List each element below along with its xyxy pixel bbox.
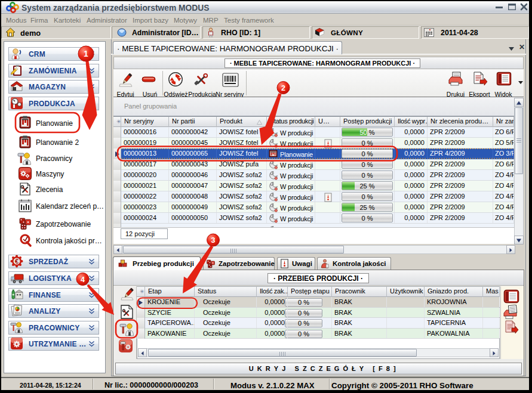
- svg-text:€: €: [15, 258, 19, 265]
